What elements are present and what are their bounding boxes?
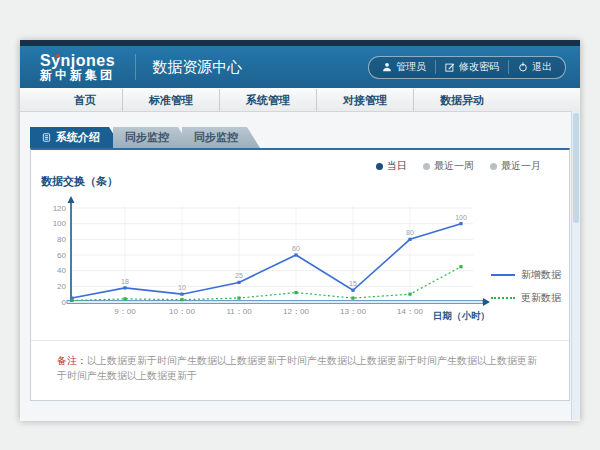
nav-item-interface-mgmt[interactable]: 对接管理 bbox=[316, 89, 413, 111]
svg-text:0: 0 bbox=[62, 298, 67, 307]
radio-icon bbox=[376, 163, 383, 170]
svg-text:80: 80 bbox=[57, 235, 66, 244]
filter-label: 最近一月 bbox=[501, 159, 541, 173]
svg-text:100: 100 bbox=[53, 219, 67, 228]
vertical-scrollbar[interactable] bbox=[571, 111, 580, 420]
footnote-text: 以上数据更新于时间产生数据以上数据更新于时间产生数据以上数据更新于时间产生数据以… bbox=[57, 355, 537, 381]
legend-item-update-data: 更新数据 bbox=[491, 291, 561, 305]
page-title: 数据资源中心 bbox=[135, 54, 242, 80]
tab-bar: 系统介绍 同步监控 同步监控 bbox=[30, 127, 580, 148]
svg-text:10：00: 10：00 bbox=[169, 307, 195, 316]
line-chart-svg: 0204060801001209：0010：0011：0012：0013：001… bbox=[31, 194, 491, 326]
company-logo: Synjones 新中新集团 bbox=[34, 52, 121, 83]
power-icon bbox=[518, 62, 528, 72]
svg-text:9：00: 9：00 bbox=[114, 307, 136, 316]
filter-today[interactable]: 当日 bbox=[376, 159, 407, 173]
y-axis-title: 数据交换（条） bbox=[41, 174, 118, 189]
svg-text:12：00: 12：00 bbox=[283, 307, 309, 316]
filter-last-week[interactable]: 最近一周 bbox=[423, 159, 474, 173]
solid-line-icon bbox=[491, 274, 515, 276]
tab-sync-monitor-2[interactable]: 同步监控 bbox=[182, 127, 260, 148]
svg-text:100: 100 bbox=[455, 214, 467, 221]
svg-text:13：00: 13：00 bbox=[340, 307, 366, 316]
radio-icon bbox=[423, 163, 430, 170]
svg-text:11：00: 11：00 bbox=[226, 307, 252, 316]
filter-label: 最近一周 bbox=[434, 159, 474, 173]
app-header: Synjones 新中新集团 数据资源中心 管理员 修改密码 bbox=[20, 46, 580, 88]
current-user[interactable]: 管理员 bbox=[373, 60, 435, 74]
svg-text:14：00: 14：00 bbox=[397, 307, 423, 316]
svg-text:120: 120 bbox=[53, 204, 67, 213]
radio-icon bbox=[490, 163, 497, 170]
nav-item-data-change[interactable]: 数据异动 bbox=[413, 89, 510, 111]
svg-text:18: 18 bbox=[121, 278, 129, 285]
main-nav: 首页 标准管理 系统管理 对接管理 数据异动 bbox=[20, 88, 580, 112]
svg-text:25: 25 bbox=[235, 272, 243, 279]
filter-last-month[interactable]: 最近一月 bbox=[490, 159, 541, 173]
user-label: 管理员 bbox=[396, 60, 426, 74]
tab-sync-monitor-1[interactable]: 同步监控 bbox=[113, 127, 191, 148]
tab-label: 系统介绍 bbox=[56, 130, 100, 145]
chart-area: 0204060801001209：0010：0011：0012：0013：001… bbox=[31, 194, 561, 326]
footnote-prefix: 备注： bbox=[57, 355, 87, 366]
svg-text:20: 20 bbox=[57, 282, 66, 291]
logo-text: Synjones bbox=[40, 52, 115, 70]
logo-subtext: 新中新集团 bbox=[40, 69, 115, 82]
svg-text:15: 15 bbox=[349, 280, 357, 287]
content-area: 系统介绍 同步监控 同步监控 当日 最近一周 bbox=[20, 112, 580, 421]
legend-item-new-data: 新增数据 bbox=[491, 268, 561, 282]
legend-label: 新增数据 bbox=[521, 268, 561, 282]
dotted-line-icon bbox=[491, 297, 515, 299]
tab-label: 同步监控 bbox=[125, 130, 169, 145]
tab-system-intro[interactable]: 系统介绍 bbox=[30, 127, 122, 148]
svg-text:日期（小时）: 日期（小时） bbox=[433, 310, 490, 322]
svg-text:10: 10 bbox=[178, 284, 186, 291]
document-icon bbox=[42, 132, 51, 144]
svg-text:60: 60 bbox=[292, 245, 300, 252]
nav-item-system-mgmt[interactable]: 系统管理 bbox=[219, 89, 316, 111]
time-range-filter: 当日 最近一周 最近一月 bbox=[376, 159, 541, 173]
user-icon bbox=[382, 62, 392, 72]
user-menu: 管理员 修改密码 退出 bbox=[368, 56, 566, 79]
legend-label: 更新数据 bbox=[521, 291, 561, 305]
logout-label: 退出 bbox=[532, 60, 552, 74]
tab-label: 同步监控 bbox=[194, 130, 238, 145]
logo-accent-dot bbox=[56, 54, 60, 58]
change-password-button[interactable]: 修改密码 bbox=[435, 60, 508, 74]
chart-panel: 当日 最近一周 最近一月 数据交换（条） 0204060801001209：00… bbox=[30, 148, 570, 401]
svg-text:40: 40 bbox=[57, 266, 66, 275]
nav-item-home[interactable]: 首页 bbox=[48, 89, 122, 111]
filter-label: 当日 bbox=[387, 159, 407, 173]
edit-icon bbox=[445, 62, 455, 72]
chart-legend: 新增数据 更新数据 bbox=[491, 268, 561, 326]
app-window: Synjones 新中新集团 数据资源中心 管理员 修改密码 bbox=[20, 40, 580, 420]
logout-button[interactable]: 退出 bbox=[508, 60, 561, 74]
nav-item-standard-mgmt[interactable]: 标准管理 bbox=[122, 89, 219, 111]
svg-text:80: 80 bbox=[406, 229, 414, 236]
footnote: 备注：以上数据更新于时间产生数据以上数据更新于时间产生数据以上数据更新于时间产生… bbox=[31, 340, 569, 383]
svg-text:60: 60 bbox=[57, 251, 66, 260]
change-password-label: 修改密码 bbox=[459, 60, 499, 74]
